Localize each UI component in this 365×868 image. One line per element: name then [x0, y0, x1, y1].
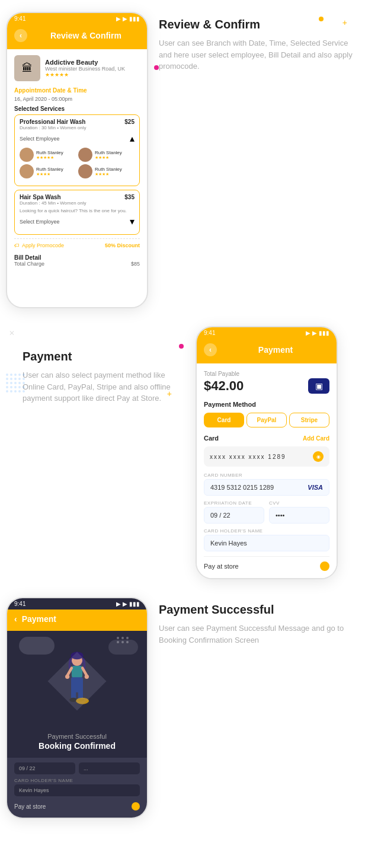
cloud-1 [19, 637, 55, 655]
success-holder-label: CARD HOLDER'S NAME [14, 778, 140, 783]
expiry-input[interactable]: 09 / 22 [204, 507, 264, 524]
card-number-label: CARD NUMBER [204, 473, 329, 478]
success-header-title: Payment [22, 614, 56, 624]
expiry-cvv-row: EXPRIIATION DATE 09 / 22 CVV •••• [204, 500, 329, 524]
total-amount-row: $42.00 ▣ [204, 378, 329, 394]
service-row-2: Hair Spa Wash $35 [20, 194, 135, 200]
success-back-button[interactable]: ‹ [14, 614, 17, 624]
status-bar: 9:41 ▶ ▶ ▮▮▮ [7, 13, 147, 24]
payment-method-label: Payment Method [204, 401, 329, 408]
payment-description-panel: ✕ + Payment User can also select payment… [6, 326, 190, 410]
phone-body-review: 🏛 Addictive Beauty West minister Busines… [7, 49, 147, 273]
service-meta-2: Duration : 45 Min • Women only [20, 200, 135, 206]
appointment-label: Appointmont Date & Time [14, 87, 140, 94]
salon-name: Addictive Beauty [45, 59, 125, 66]
employee-name-4: Ruth Stanley [95, 167, 122, 172]
cvv-field: CVV •••• [269, 500, 329, 524]
success-dots [117, 637, 129, 643]
employee-stars-4: ★★★★ [95, 172, 122, 177]
success-status-time: 9:41 [14, 601, 25, 607]
success-bottom-form-row: 09 / 22 ... [14, 762, 140, 774]
total-payable-label: Total Payable [204, 371, 329, 377]
success-pay-store-radio[interactable] [132, 802, 140, 810]
employee-stars-1: ★★★★★ [36, 155, 63, 160]
select-employee-label-2: Select Employee [20, 219, 60, 225]
bill-total-row: Total Charge $85 [14, 261, 140, 267]
success-back-icon: ‹ [14, 614, 17, 624]
tab-card[interactable]: Card [204, 413, 244, 427]
deco-dots-grid [6, 374, 25, 392]
success-phone-mockup: 9:41 ▶ ▶ ▮▮▮ ‹ Payment [6, 597, 148, 819]
service-card-1: Professional Hair Wash $25 Duration : 30… [14, 114, 140, 186]
card-number-field: CARD NUMBER 4319 5312 0215 1289 VISA [204, 473, 329, 496]
header-title: Review & Confirm [32, 31, 140, 40]
card-number-input[interactable]: 4319 5312 0215 1289 VISA [204, 479, 329, 496]
bill-label: Bill Detail [14, 254, 140, 261]
success-holder-section: CARD HOLDER'S NAME Kevin Hayes [14, 778, 140, 796]
status-time: 9:41 [14, 15, 25, 22]
total-amount: $42.00 [204, 378, 244, 394]
success-holder-value: Kevin Hayes [19, 787, 49, 793]
card-coin-icon: ◉ [313, 451, 324, 462]
expiry-value: 09 / 22 [210, 512, 230, 519]
success-text-area: Payment Successful Booking Confirmed [7, 726, 147, 758]
wallet-icon: ▣ [308, 378, 329, 394]
service-desc-2: Looking for a quick haircut? This is the… [20, 208, 135, 213]
employee-item-1: Ruth Stanley ★★★★★ [20, 148, 76, 162]
deco-plus-2: + [167, 389, 172, 398]
payment-status-time: 9:41 [204, 330, 215, 336]
success-status-bar: 9:41 ▶ ▶ ▮▮▮ [7, 598, 147, 609]
success-pay-store-row: Pay at store [14, 800, 140, 813]
promo-discount: 50% Discount [105, 242, 140, 248]
payment-phone-mockup: 9:41 ▶ ▶ ▮▮▮ ‹ Payment Total Payable $42… [196, 326, 338, 579]
success-phone-bottom: 09 / 22 ... CARD HOLDER'S NAME Kevin Hay… [7, 758, 147, 818]
holder-value: Kevin Hayes [210, 540, 247, 547]
select-employee-label: Select Employee [20, 136, 60, 142]
success-cvv-value: ... [84, 765, 88, 771]
holder-field: CARD HOLDER'S NAME Kevin Hayes [204, 528, 329, 551]
status-icons: ▶ ▶ ▮▮▮ [116, 15, 140, 22]
appointment-value: 16, April 2020 - 05:00pm [14, 96, 140, 102]
deco-cross: ✕ [9, 329, 15, 337]
back-button[interactable]: ‹ [14, 29, 27, 42]
expiry-label: EXPRIIATION DATE [204, 500, 264, 506]
tab-paypal[interactable]: PayPal [246, 413, 287, 427]
payment-status-bar: 9:41 ▶ ▶ ▮▮▮ [197, 327, 337, 339]
review-title: Review & Confirm [159, 18, 354, 31]
payment-status-icons: ▶ ▶ ▮▮▮ [306, 330, 329, 336]
employee-item-3: Ruth Stanley ★★★★ [20, 164, 76, 178]
card-section-title: Card [204, 435, 219, 442]
review-confirm-section: 9:41 ▶ ▶ ▮▮▮ ‹ Review & Confirm 🏛 Addict… [0, 0, 365, 314]
service-row-1: Professional Hair Wash $25 [20, 119, 135, 125]
chevron-down-icon: ▾ [130, 216, 135, 227]
employee-stars-2: ★★★★ [95, 155, 122, 160]
success-status-icons: ▶ ▶ ▮▮▮ [116, 601, 140, 607]
card-preview-number: xxxx xxxx xxxx 1289 [210, 454, 286, 460]
payment-section: ✕ + Payment User can also select payment… [0, 320, 365, 585]
employee-avatar-1 [20, 148, 34, 162]
holder-input[interactable]: Kevin Hayes [204, 535, 329, 551]
employee-item-4: Ruth Stanley ★★★★ [78, 164, 135, 178]
success-pay-store-label: Pay at store [14, 803, 46, 810]
employee-info-2: Ruth Stanley ★★★★ [95, 150, 122, 160]
service-price-2: $35 [124, 194, 135, 200]
tab-stripe[interactable]: Stripe [289, 413, 329, 427]
success-section: 9:41 ▶ ▶ ▮▮▮ ‹ Payment [0, 591, 365, 831]
service-meta-1: Duration : 30 Min • Women only [20, 125, 135, 130]
cvv-input[interactable]: •••• [269, 507, 329, 524]
review-phone-mockup: 9:41 ▶ ▶ ▮▮▮ ‹ Review & Confirm 🏛 Addict… [6, 12, 148, 308]
salon-stars: ★★★★★ [45, 72, 125, 78]
cvv-label: CVV [269, 500, 329, 506]
employee-name-3: Ruth Stanley [36, 167, 63, 172]
service-name-1: Professional Hair Wash [20, 119, 85, 125]
bill-total-value: $85 [131, 261, 140, 267]
add-card-link[interactable]: Add Card [303, 435, 329, 442]
success-desc-text: User can see Payment Successful Message … [159, 623, 354, 646]
payment-phone-body: Total Payable $42.00 ▣ Payment Method Ca… [197, 363, 337, 578]
payment-back-button[interactable]: ‹ [204, 343, 217, 356]
pay-store-radio[interactable] [320, 561, 329, 571]
employee-avatar-3 [20, 164, 34, 178]
employee-grid: Ruth Stanley ★★★★★ Ruth Stanley ★★★★ [20, 148, 135, 178]
payment-tabs: Card PayPal Stripe [204, 413, 329, 427]
deco-dot-yellow-1 [319, 17, 324, 21]
